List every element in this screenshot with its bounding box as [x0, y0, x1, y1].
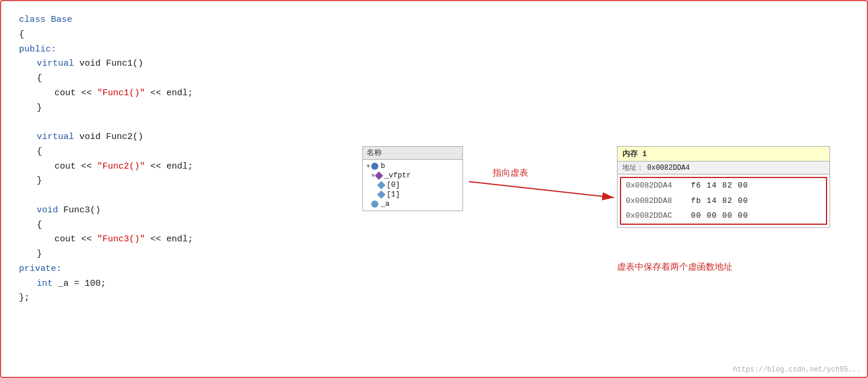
memory-panel: 内存 1 地址： 0x0082DDA4 0x0082DDA4 f6 14 82 …	[617, 146, 830, 228]
code-line: cout << "Func1()" << endl;	[19, 86, 351, 101]
code-line: int _a = 100;	[19, 277, 351, 292]
b-icon	[371, 163, 378, 170]
debug-tree-header: 名称	[363, 147, 462, 160]
code-line: virtual void Func2()	[19, 130, 351, 145]
mem-addr-2: 0x0082DDA8	[626, 195, 691, 207]
code-line: {	[19, 72, 351, 86]
tree-row-a-label: _a	[381, 200, 390, 208]
code-line: {	[19, 28, 351, 43]
code-line: };	[19, 291, 351, 306]
code-line: private:	[19, 262, 351, 277]
debug-tree-body: ▼ b ▼ _vfptr [0] [1] _a	[363, 160, 462, 211]
address-label: 地址：	[622, 163, 644, 173]
vfptr-icon	[375, 172, 383, 180]
tree-row-a: _a	[363, 199, 462, 209]
code-line: public:	[19, 43, 351, 57]
mem-bytes-1: f6 14 82 00	[691, 180, 748, 192]
arrow-line	[469, 182, 614, 198]
code-line: {	[19, 218, 351, 233]
tree-row-0: [0]	[363, 180, 462, 190]
tree-row-vfptr-label: _vfptr	[384, 172, 411, 180]
code-line	[19, 115, 351, 130]
arrow-label: 指向虚表	[492, 167, 528, 177]
tree-row-1: [1]	[363, 190, 462, 199]
code-section: class Base { public: virtual void Func1(…	[19, 13, 351, 306]
memory-panel-header: 内存 1	[618, 147, 830, 161]
memory-table: 0x0082DDA4 f6 14 82 00 0x0082DDA8 fb 14 …	[620, 177, 827, 225]
memory-row-2: 0x0082DDA8 fb 14 82 00	[621, 193, 826, 209]
tree-row-vfptr: ▼ _vfptr	[363, 171, 462, 180]
item-0-icon	[377, 181, 385, 189]
mem-addr-1: 0x0082DDA4	[626, 180, 691, 192]
tree-row-b-label: b	[381, 162, 385, 170]
bottom-annotation: 虚表中保存着两个虚函数地址	[617, 261, 732, 273]
code-line: }	[19, 174, 351, 189]
memory-row-1: 0x0082DDA4 f6 14 82 00	[621, 178, 826, 193]
mem-bytes-2: fb 14 82 00	[691, 195, 748, 207]
code-line: cout << "Func2()" << endl;	[19, 160, 351, 175]
debug-tree-panel: 名称 ▼ b ▼ _vfptr [0] [1]	[362, 146, 463, 211]
tree-row-0-label: [0]	[387, 181, 400, 189]
code-line: }	[19, 101, 351, 116]
a-icon	[371, 201, 378, 208]
code-line: void Func3()	[19, 203, 351, 218]
item-1-icon	[377, 190, 385, 199]
code-line: virtual void Func1()	[19, 57, 351, 72]
main-container: class Base { public: virtual void Func1(…	[0, 0, 868, 378]
code-line	[19, 189, 351, 203]
mem-addr-3: 0x0082DDAC	[626, 210, 691, 222]
memory-address-bar: 地址： 0x0082DDA4	[618, 161, 830, 175]
tree-row-1-label: [1]	[387, 190, 400, 199]
watermark: https://blog.csdn.net/ych95...	[733, 366, 861, 374]
mem-bytes-3: 00 00 00 00	[691, 210, 748, 222]
tree-row-b: ▼ b	[363, 161, 462, 171]
code-line: {	[19, 145, 351, 160]
address-value: 0x0082DDA4	[647, 164, 690, 172]
memory-row-3: 0x0082DDAC 00 00 00 00	[621, 208, 826, 224]
code-line: class Base	[19, 13, 351, 28]
code-line: }	[19, 247, 351, 262]
code-line: cout << "Func3()" << endl;	[19, 232, 351, 247]
